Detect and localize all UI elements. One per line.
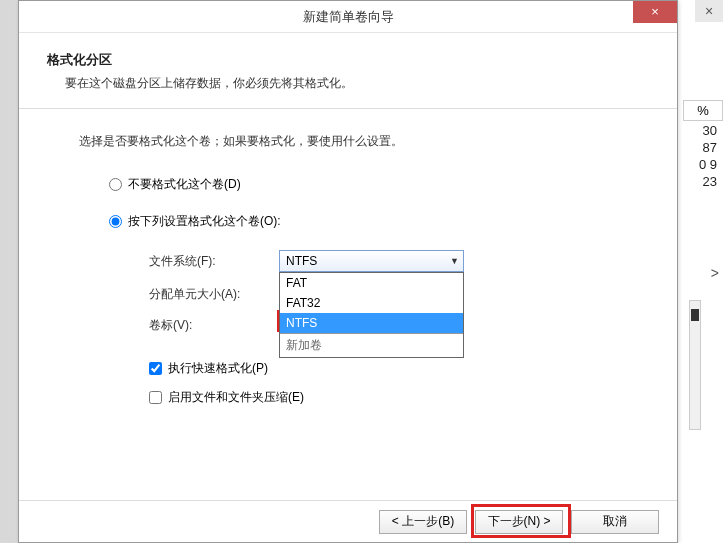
volume-label-label: 卷标(V): xyxy=(149,317,279,334)
filesystem-label: 文件系统(F): xyxy=(149,253,279,270)
bg-value: 87 xyxy=(683,139,723,156)
format-settings: 文件系统(F): NTFS ▼ FAT FAT32 NTFS 新加卷 xyxy=(79,250,637,334)
back-button[interactable]: < 上一步(B) xyxy=(379,510,467,534)
filesystem-dropdown[interactable]: NTFS ▼ xyxy=(279,250,464,272)
dialog-content: 格式化分区 要在这个磁盘分区上储存数据，你必须先将其格式化。 选择是否要格式化这… xyxy=(19,33,677,428)
quick-format-label: 执行快速格式化(P) xyxy=(168,360,268,377)
dropdown-option-fat32[interactable]: FAT32 xyxy=(280,293,463,313)
compress-checkbox-row[interactable]: 启用文件和文件夹压缩(E) xyxy=(79,389,637,406)
quick-format-checkbox[interactable] xyxy=(149,362,162,375)
allocation-label: 分配单元大小(A): xyxy=(149,286,279,303)
compress-checkbox[interactable] xyxy=(149,391,162,404)
wizard-footer: < 上一步(B) 下一步(N) > 取消 xyxy=(19,500,677,542)
bg-scroll-right-arrow[interactable]: > xyxy=(711,265,719,281)
instruction-text: 选择是否要格式化这个卷；如果要格式化，要使用什么设置。 xyxy=(79,133,637,150)
titlebar: 新建简单卷向导 × xyxy=(19,1,677,33)
dropdown-option-partial[interactable]: 新加卷 xyxy=(280,333,463,357)
filesystem-row: 文件系统(F): NTFS ▼ FAT FAT32 NTFS 新加卷 xyxy=(149,250,637,272)
wizard-header-title: 格式化分区 xyxy=(47,51,649,69)
next-button-wrap: 下一步(N) > xyxy=(475,510,563,534)
wizard-header-desc: 要在这个磁盘分区上储存数据，你必须先将其格式化。 xyxy=(47,75,649,92)
bg-close-button[interactable]: × xyxy=(695,0,723,22)
bg-value: 0 9 xyxy=(683,156,723,173)
wizard-body: 选择是否要格式化这个卷；如果要格式化，要使用什么设置。 不要格式化这个卷(D) … xyxy=(19,109,677,428)
wizard-header: 格式化分区 要在这个磁盘分区上储存数据，你必须先将其格式化。 xyxy=(19,33,677,109)
dialog-title: 新建简单卷向导 xyxy=(19,1,677,33)
dropdown-option-fat[interactable]: FAT xyxy=(280,273,463,293)
bg-column-header: % xyxy=(683,100,723,121)
bg-value: 30 xyxy=(683,122,723,139)
cancel-button[interactable]: 取消 xyxy=(571,510,659,534)
radio-format-input[interactable] xyxy=(109,215,122,228)
next-button[interactable]: 下一步(N) > xyxy=(475,510,563,534)
radio-no-format-label: 不要格式化这个卷(D) xyxy=(128,176,241,193)
quick-format-checkbox-row[interactable]: 执行快速格式化(P) xyxy=(79,360,637,377)
wizard-dialog: 新建简单卷向导 × 格式化分区 要在这个磁盘分区上储存数据，你必须先将其格式化。… xyxy=(18,0,678,543)
filesystem-value: NTFS xyxy=(286,254,317,268)
compress-label: 启用文件和文件夹压缩(E) xyxy=(168,389,304,406)
chevron-down-icon: ▼ xyxy=(450,256,459,266)
radio-no-format[interactable]: 不要格式化这个卷(D) xyxy=(79,176,637,193)
radio-format-label: 按下列设置格式化这个卷(O): xyxy=(128,213,281,230)
bg-scrollbar-thumb[interactable] xyxy=(691,309,699,321)
filesystem-dropdown-list: FAT FAT32 NTFS 新加卷 xyxy=(279,272,464,358)
bg-scrollbar[interactable] xyxy=(689,300,701,430)
dropdown-option-ntfs[interactable]: NTFS xyxy=(280,313,463,333)
radio-no-format-input[interactable] xyxy=(109,178,122,191)
bg-value: 23 xyxy=(683,173,723,190)
radio-format[interactable]: 按下列设置格式化这个卷(O): xyxy=(79,213,637,230)
bg-column-values: 30 87 0 9 23 xyxy=(683,122,723,190)
close-button[interactable]: × xyxy=(633,1,677,23)
